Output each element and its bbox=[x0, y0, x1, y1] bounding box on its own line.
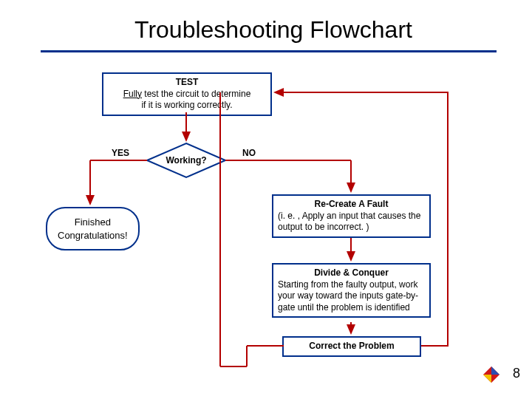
node-finished: Finished Congratulations! bbox=[46, 207, 140, 250]
node-test: TEST Fully test the circuit to determine… bbox=[102, 72, 272, 116]
flow-arrows bbox=[0, 0, 532, 399]
logo-icon bbox=[482, 365, 501, 384]
node-test-line1-rest: test the circuit to determine bbox=[142, 89, 250, 99]
node-test-line2: if it is working correctly. bbox=[108, 100, 266, 112]
slide-title: Troubleshooting Flowchart bbox=[52, 16, 495, 48]
label-no: NO bbox=[242, 148, 256, 158]
node-correct-heading: Correct the Problem bbox=[288, 341, 415, 352]
feedback-arrow bbox=[0, 0, 532, 399]
node-test-line1: Fully test the circuit to determine bbox=[108, 89, 266, 100]
node-divide-heading: Divide & Conquer bbox=[278, 267, 425, 279]
node-decision-label: Working? bbox=[146, 142, 227, 179]
finished-line1: Finished bbox=[75, 216, 111, 228]
page-number: 8 bbox=[513, 366, 520, 381]
finished-line2: Congratulations! bbox=[58, 230, 128, 241]
node-test-fully: Fully bbox=[123, 89, 142, 99]
label-yes: YES bbox=[112, 148, 129, 158]
svg-marker-14 bbox=[483, 375, 491, 383]
node-divide-conquer: Divide & Conquer Starting from the fault… bbox=[272, 263, 431, 318]
node-divide-body: Starting from the faulty output, work yo… bbox=[278, 279, 425, 314]
svg-marker-13 bbox=[491, 366, 499, 375]
node-correct-problem: Correct the Problem bbox=[282, 336, 421, 357]
node-recreate-body: (i. e. , Apply an input that causes the … bbox=[278, 211, 425, 233]
node-recreate-fault: Re-Create A Fault (i. e. , Apply an inpu… bbox=[272, 194, 431, 238]
node-decision: Working? bbox=[146, 142, 227, 179]
node-test-heading: TEST bbox=[108, 77, 266, 89]
title-underline bbox=[41, 50, 497, 52]
node-recreate-heading: Re-Create A Fault bbox=[278, 199, 425, 211]
